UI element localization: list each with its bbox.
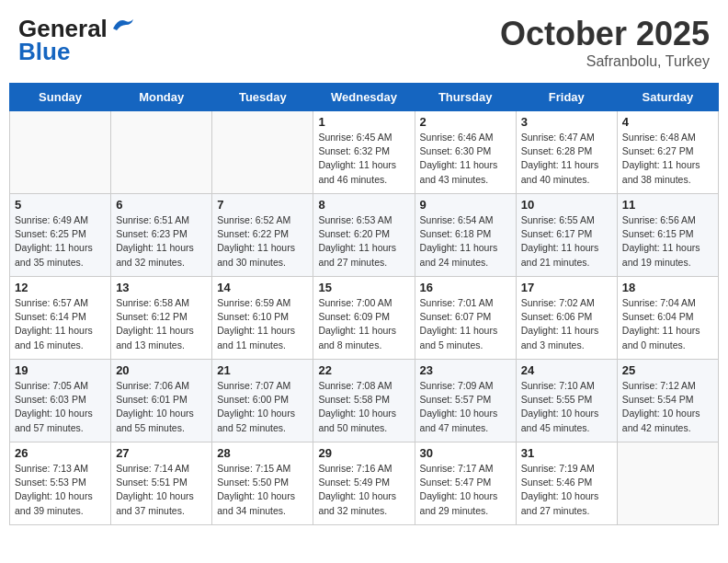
calendar-cell: 26Sunrise: 7:13 AMSunset: 5:53 PMDayligh… [10,442,111,525]
day-info: Sunrise: 6:59 AMSunset: 6:10 PMDaylight:… [217,296,308,352]
day-info: Sunrise: 6:51 AMSunset: 6:23 PMDaylight:… [116,213,207,270]
day-number: 12 [15,281,106,294]
day-info: Sunrise: 6:58 AMSunset: 6:12 PMDaylight:… [116,296,207,352]
day-info: Sunrise: 6:56 AMSunset: 6:15 PMDaylight:… [622,213,713,270]
calendar-cell: 3Sunrise: 6:47 AMSunset: 6:28 PMDaylight… [516,111,617,194]
day-number: 9 [420,198,511,212]
calendar-cell: 30Sunrise: 7:17 AMSunset: 5:47 PMDayligh… [415,442,516,525]
day-number: 19 [15,363,106,377]
calendar-cell: 9Sunrise: 6:54 AMSunset: 6:18 PMDaylight… [415,194,516,277]
calendar-cell: 19Sunrise: 7:05 AMSunset: 6:03 PMDayligh… [10,360,111,442]
day-number: 15 [318,281,409,294]
day-number: 16 [420,281,511,294]
calendar-cell: 31Sunrise: 7:19 AMSunset: 5:46 PMDayligh… [516,442,617,525]
month-title: October 2025 [500,15,710,53]
calendar-cell [10,111,111,194]
calendar-cell: 16Sunrise: 7:01 AMSunset: 6:07 PMDayligh… [415,277,516,360]
day-info: Sunrise: 7:16 AMSunset: 5:49 PMDaylight:… [318,462,409,518]
logo: General Blue [18,15,135,66]
day-number: 11 [622,198,713,212]
day-number: 28 [217,446,308,460]
calendar-cell [617,442,718,525]
day-info: Sunrise: 7:17 AMSunset: 5:47 PMDaylight:… [420,462,511,518]
day-number: 17 [521,281,612,294]
day-info: Sunrise: 6:48 AMSunset: 6:27 PMDaylight:… [622,131,713,187]
calendar-table: SundayMondayTuesdayWednesdayThursdayFrid… [9,83,719,525]
day-info: Sunrise: 7:08 AMSunset: 5:58 PMDaylight:… [318,379,409,435]
calendar-cell: 13Sunrise: 6:58 AMSunset: 6:12 PMDayligh… [111,277,212,360]
calendar-cell [212,111,313,194]
day-number: 20 [116,363,207,377]
day-info: Sunrise: 6:49 AMSunset: 6:25 PMDaylight:… [15,213,106,270]
calendar-cell: 14Sunrise: 6:59 AMSunset: 6:10 PMDayligh… [212,277,313,360]
day-info: Sunrise: 6:54 AMSunset: 6:18 PMDaylight:… [420,213,511,270]
calendar-cell: 23Sunrise: 7:09 AMSunset: 5:57 PMDayligh… [415,360,516,442]
day-number: 14 [217,281,308,294]
calendar-cell: 6Sunrise: 6:51 AMSunset: 6:23 PMDaylight… [111,194,212,277]
column-header-monday: Monday [111,84,212,111]
day-info: Sunrise: 7:15 AMSunset: 5:50 PMDaylight:… [217,462,308,518]
day-number: 23 [420,363,511,377]
day-number: 29 [318,446,409,460]
location-subtitle: Safranbolu, Turkey [500,53,710,70]
calendar-cell: 24Sunrise: 7:10 AMSunset: 5:55 PMDayligh… [516,360,617,442]
day-info: Sunrise: 7:10 AMSunset: 5:55 PMDaylight:… [521,379,612,435]
day-info: Sunrise: 7:07 AMSunset: 6:00 PMDaylight:… [217,379,308,435]
day-info: Sunrise: 7:01 AMSunset: 6:07 PMDaylight:… [420,296,511,352]
day-info: Sunrise: 7:00 AMSunset: 6:09 PMDaylight:… [318,296,409,352]
logo-bird-icon [109,16,135,36]
calendar-cell: 4Sunrise: 6:48 AMSunset: 6:27 PMDaylight… [617,111,718,194]
calendar-cell: 5Sunrise: 6:49 AMSunset: 6:25 PMDaylight… [10,194,111,277]
day-number: 26 [15,446,106,460]
day-info: Sunrise: 7:09 AMSunset: 5:57 PMDaylight:… [420,379,511,435]
column-header-tuesday: Tuesday [212,84,313,111]
column-header-sunday: Sunday [10,84,111,111]
day-info: Sunrise: 7:19 AMSunset: 5:46 PMDaylight:… [521,462,612,518]
day-number: 6 [116,198,207,212]
day-number: 21 [217,363,308,377]
day-number: 8 [318,198,409,212]
calendar-cell: 27Sunrise: 7:14 AMSunset: 5:51 PMDayligh… [111,442,212,525]
day-number: 5 [15,198,106,212]
day-number: 30 [420,446,511,460]
day-info: Sunrise: 7:04 AMSunset: 6:04 PMDaylight:… [622,296,713,352]
day-number: 18 [622,281,713,294]
day-info: Sunrise: 7:13 AMSunset: 5:53 PMDaylight:… [15,462,106,518]
calendar-cell: 8Sunrise: 6:53 AMSunset: 6:20 PMDaylight… [313,194,415,277]
calendar-cell: 20Sunrise: 7:06 AMSunset: 6:01 PMDayligh… [111,360,212,442]
calendar-cell: 11Sunrise: 6:56 AMSunset: 6:15 PMDayligh… [617,194,718,277]
day-info: Sunrise: 7:12 AMSunset: 5:54 PMDaylight:… [622,379,713,435]
column-header-wednesday: Wednesday [313,84,415,111]
day-number: 22 [318,363,409,377]
day-info: Sunrise: 6:45 AMSunset: 6:32 PMDaylight:… [318,131,409,187]
calendar-cell: 18Sunrise: 7:04 AMSunset: 6:04 PMDayligh… [617,277,718,360]
column-header-thursday: Thursday [415,84,516,111]
column-header-friday: Friday [516,84,617,111]
calendar-cell: 15Sunrise: 7:00 AMSunset: 6:09 PMDayligh… [313,277,415,360]
day-number: 27 [116,446,207,460]
page-header: General Blue October 2025 Safranbolu, Tu… [9,9,719,75]
day-number: 25 [622,363,713,377]
day-number: 10 [521,198,612,212]
day-number: 4 [622,115,713,129]
calendar-cell: 2Sunrise: 6:46 AMSunset: 6:30 PMDaylight… [415,111,516,194]
column-header-saturday: Saturday [617,84,718,111]
day-number: 31 [521,446,612,460]
day-number: 2 [420,115,511,129]
day-info: Sunrise: 7:02 AMSunset: 6:06 PMDaylight:… [521,296,612,352]
day-info: Sunrise: 6:57 AMSunset: 6:14 PMDaylight:… [15,296,106,352]
day-info: Sunrise: 7:14 AMSunset: 5:51 PMDaylight:… [116,462,207,518]
day-number: 1 [318,115,409,129]
day-info: Sunrise: 6:46 AMSunset: 6:30 PMDaylight:… [420,131,511,187]
day-number: 7 [217,198,308,212]
day-number: 24 [521,363,612,377]
calendar-cell: 22Sunrise: 7:08 AMSunset: 5:58 PMDayligh… [313,360,415,442]
calendar-cell: 12Sunrise: 6:57 AMSunset: 6:14 PMDayligh… [10,277,111,360]
calendar-cell: 17Sunrise: 7:02 AMSunset: 6:06 PMDayligh… [516,277,617,360]
day-number: 3 [521,115,612,129]
calendar-cell: 28Sunrise: 7:15 AMSunset: 5:50 PMDayligh… [212,442,313,525]
title-block: October 2025 Safranbolu, Turkey [500,15,710,70]
day-number: 13 [116,281,207,294]
day-info: Sunrise: 6:55 AMSunset: 6:17 PMDaylight:… [521,213,612,270]
day-info: Sunrise: 7:05 AMSunset: 6:03 PMDaylight:… [15,379,106,435]
